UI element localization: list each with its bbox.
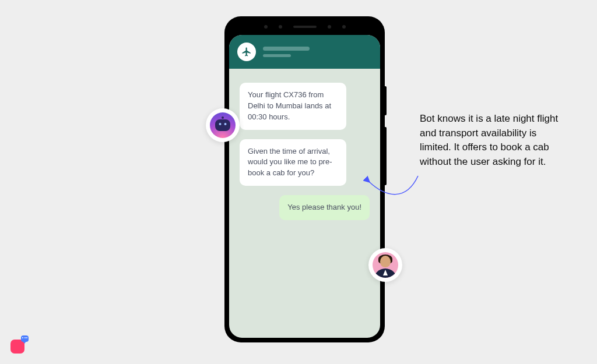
annotation-text: Bot knows it is a late night flight and …	[420, 112, 563, 169]
phone-side-button	[385, 86, 387, 115]
brand-logo	[10, 337, 27, 354]
annotation-arrow	[364, 169, 423, 215]
airplane-icon	[237, 43, 256, 61]
chat-header	[229, 35, 380, 69]
chat-header-title-placeholder	[263, 47, 310, 57]
phone-sensors	[264, 24, 346, 29]
bot-message: Your flight CX736 from Delhi to Mumbai l…	[240, 83, 346, 130]
bot-avatar	[206, 108, 240, 142]
phone-device-frame: Your flight CX736 from Delhi to Mumbai l…	[224, 16, 385, 342]
messages-container: Your flight CX736 from Delhi to Mumbai l…	[229, 69, 380, 338]
bot-message: Given the time of arrival, would you lik…	[240, 139, 346, 186]
chat-screen: Your flight CX736 from Delhi to Mumbai l…	[229, 35, 380, 338]
user-avatar	[368, 248, 402, 282]
user-message: Yes please thank you!	[279, 195, 370, 220]
